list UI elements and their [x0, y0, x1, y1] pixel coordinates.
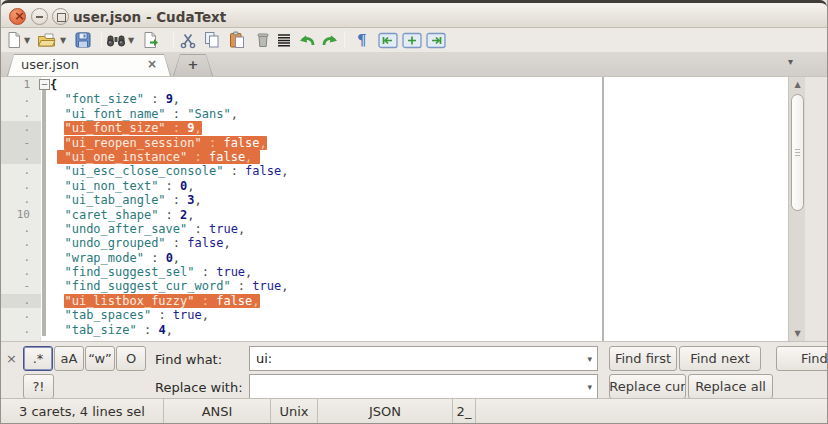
code-line[interactable]: - "ui_reopen_session" : false, [1, 136, 602, 150]
unfold-right-icon[interactable] [426, 29, 446, 51]
find-option-case[interactable]: aA [54, 346, 84, 371]
new-file-icon[interactable] [5, 29, 23, 51]
delete-icon[interactable] [254, 29, 272, 51]
find-option-confirm[interactable]: ?! [23, 374, 54, 399]
gutter-cell: . [1, 121, 41, 135]
toolbar-separator [101, 31, 102, 48]
copy-icon[interactable] [203, 29, 221, 51]
pilcrow-toggle-icon[interactable]: ¶ [357, 29, 367, 51]
editor-pane[interactable]: 1–{. "font_size" : 9,. "ui_font_name" : … [1, 77, 602, 341]
tab-list-menu-icon[interactable]: ▾ [788, 56, 793, 67]
gutter-cell: - [1, 279, 41, 293]
fold-block-icon[interactable] [402, 29, 422, 51]
gutter-cell: - [1, 136, 41, 150]
gutter-cell: . [1, 164, 41, 178]
code-text: "ui_tab_angle" : 3, [50, 193, 602, 207]
title-bar[interactable]: user.json - CudaText [1, 0, 827, 28]
status-cell-lexer[interactable]: JSON [318, 399, 453, 424]
code-text: "ui_non_text" : 0, [50, 179, 602, 193]
code-line[interactable]: . "ui_esc_close_console" : false, [1, 164, 602, 178]
code-line[interactable]: . "font_size" : 9, [1, 92, 602, 106]
find-option-words[interactable]: “w” [85, 346, 115, 371]
code-line[interactable]: . "tab_spaces" : true, [1, 308, 602, 322]
status-cell-extra[interactable] [476, 399, 828, 424]
secondary-pane[interactable] [604, 77, 788, 341]
fold-minus-icon[interactable]: – [39, 79, 50, 90]
gutter-cell: . [1, 179, 41, 193]
code-line[interactable]: 10 "caret_shape" : 2, [1, 208, 602, 222]
unfold-left-icon[interactable] [378, 29, 398, 51]
scroll-up-icon[interactable]: ▲ [791, 80, 804, 89]
cut-icon[interactable] [179, 29, 197, 51]
new-file-menu-icon[interactable]: ▼ [24, 29, 30, 51]
cudatext-window: user.json - CudaText ▼▼▼¶ user.json × + … [0, 0, 828, 424]
new-tab-button[interactable]: + [173, 54, 213, 76]
code-text: "ui_font_name" : "Sans", [50, 107, 602, 121]
status-cell-encoding[interactable]: ANSI [164, 399, 271, 424]
scroll-down-icon[interactable]: ▼ [791, 329, 804, 338]
tab-close-icon[interactable]: × [147, 57, 157, 71]
code-line[interactable]: . "undo_grouped" : false, [1, 236, 602, 250]
find-option-preserve[interactable]: O [116, 346, 146, 371]
code-line[interactable]: 1–{ [1, 78, 602, 92]
code-text: { [50, 78, 602, 92]
open-file-icon[interactable] [37, 29, 57, 51]
code-text: "wrap_mode" : 0, [50, 251, 602, 265]
status-cell-tabsize[interactable]: 2_ [453, 399, 476, 424]
find-menu-icon[interactable]: ▼ [128, 29, 134, 51]
gutter-cell: . [1, 251, 41, 265]
code-line[interactable]: . "find_suggest_sel" : true, [1, 265, 602, 279]
select-all-icon[interactable] [275, 29, 293, 51]
tab-bar: user.json × + ▾ [1, 52, 827, 76]
code-line[interactable]: . "ui_font_name" : "Sans", [1, 107, 602, 121]
replace-dropdown-icon[interactable]: ▾ [587, 382, 592, 392]
redo-icon[interactable] [320, 29, 340, 51]
tab-user-json[interactable]: user.json × [7, 54, 171, 76]
save-file-icon[interactable] [74, 29, 92, 51]
code-line[interactable]: . "ui_listbox_fuzzy" : false, [1, 294, 602, 308]
find-next-button[interactable]: Find next [679, 346, 761, 371]
code-text: "ui_one_instance" : false, [50, 150, 602, 164]
replace-input[interactable]: ▾ [249, 374, 598, 399]
code-line[interactable]: . "ui_non_text" : 0, [1, 179, 602, 193]
vertical-scrollbar[interactable]: ▲ ▼ [788, 77, 805, 341]
find-input[interactable]: ui: ▾ [249, 346, 598, 371]
code-text: "ui_listbox_fuzzy" : false, [50, 294, 602, 308]
gutter-cell: . [1, 193, 41, 207]
status-cell-line-ends[interactable]: Unix [271, 399, 318, 424]
code-line[interactable]: . "tab_size" : 4, [1, 323, 602, 337]
window-close-button[interactable] [9, 8, 26, 25]
open-file-menu-icon[interactable]: ▼ [60, 29, 66, 51]
window-title: user.json - CudaText [73, 9, 226, 25]
code-line[interactable]: . "ui_tab_angle" : 3, [1, 193, 602, 207]
find-first-button[interactable]: Find first [609, 346, 677, 371]
status-cell-carets[interactable]: 3 carets, 4 lines sel [1, 399, 164, 424]
find-close-icon[interactable]: × [6, 351, 17, 366]
replace-all-button[interactable]: Replace all [688, 374, 773, 399]
run-tool-icon[interactable] [142, 29, 160, 51]
find-dropdown-icon[interactable]: ▾ [587, 354, 592, 364]
find-what-label: Find what: [155, 352, 222, 367]
find-dialog-icon[interactable] [106, 29, 126, 51]
code-line[interactable]: . "ui_font_size" : 9, [1, 121, 602, 135]
code-line[interactable]: . "undo_after_save" : true, [1, 222, 602, 236]
code-text: "tab_size" : 4, [50, 323, 602, 337]
replace-cur-button[interactable]: Replace cur [609, 374, 686, 399]
find-prev-button[interactable]: Find prev [776, 346, 828, 371]
undo-icon[interactable] [297, 29, 317, 51]
code-line[interactable]: . "ui_one_instance" : false, [1, 150, 602, 164]
code-lines[interactable]: 1–{. "font_size" : 9,. "ui_font_name" : … [1, 78, 602, 337]
code-text: "undo_grouped" : false, [50, 236, 602, 250]
find-option-regex[interactable]: .* [23, 346, 53, 371]
paste-icon[interactable] [228, 29, 246, 51]
gutter-cell: . [1, 323, 41, 337]
gutter-cell: . [1, 92, 41, 106]
gutter-cell: . [1, 222, 41, 236]
code-line[interactable]: - "find_suggest_cur_word" : true, [1, 279, 602, 293]
scrollbar-thumb[interactable] [791, 94, 804, 211]
window-minimize-button[interactable] [31, 8, 48, 25]
gutter-cell: . [1, 107, 41, 121]
code-line[interactable]: . "wrap_mode" : 0, [1, 251, 602, 265]
gutter-cell: . [1, 308, 41, 322]
window-maximize-button[interactable] [52, 8, 69, 25]
